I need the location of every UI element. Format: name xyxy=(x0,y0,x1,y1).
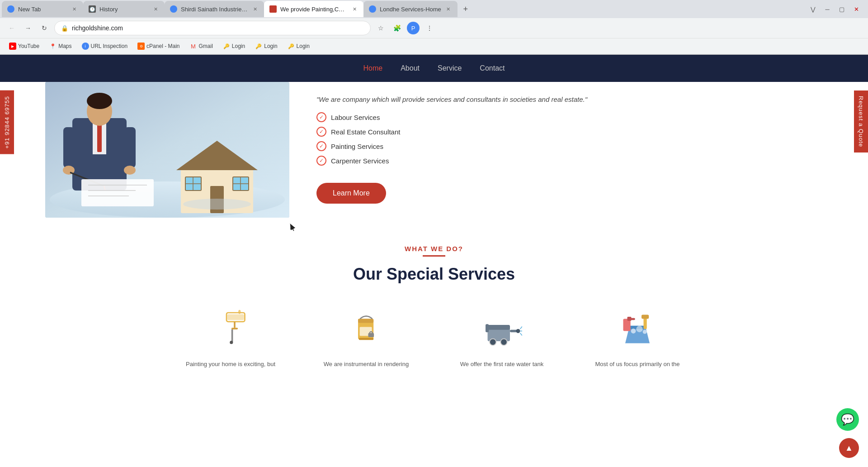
url-inspection-label: URL Inspection xyxy=(91,43,128,49)
maximize-btn[interactable]: ▢ xyxy=(835,3,848,15)
cpanel-icon: ⚙ xyxy=(137,43,145,50)
tab-close-shirdi[interactable]: ✕ xyxy=(251,5,259,13)
painting-service-icon xyxy=(210,309,251,349)
carpenter-service-icon xyxy=(346,309,387,349)
login3-label: Login xyxy=(297,43,310,49)
forward-btn[interactable]: → xyxy=(22,22,34,34)
svg-line-46 xyxy=(520,327,523,329)
extensions-btn[interactable]: 🧩 xyxy=(391,22,403,34)
back-btn[interactable]: ← xyxy=(5,22,18,34)
svg-rect-54 xyxy=(642,315,649,319)
water-tank-service-icon xyxy=(481,309,522,349)
service-desc-water-tank: We offer the first rate water tank xyxy=(460,360,544,369)
tab-close-history[interactable]: ✕ xyxy=(152,5,159,13)
bookmark-btn[interactable]: ☆ xyxy=(374,22,387,34)
painting-icon-wrap xyxy=(208,306,253,352)
hero-content: "We are company which will provide servi… xyxy=(316,82,823,218)
nav-contact[interactable]: Contact xyxy=(480,64,505,72)
service-item-carpenter: ✓ Carpenter Services xyxy=(316,156,823,166)
login1-icon: 🔑 xyxy=(223,43,230,50)
service-card-painting: Painting your home is exciting, but xyxy=(181,306,280,369)
side-quote-button[interactable]: Request a Quote xyxy=(854,91,868,152)
hero-illustration xyxy=(45,82,289,218)
svg-rect-8 xyxy=(124,127,136,168)
bookmark-login1[interactable]: 🔑 Login xyxy=(221,42,247,51)
service-card-carpenter: We are instrumental in rendering xyxy=(316,306,416,369)
service-item-realestate: ✓ Real Estate Consultant xyxy=(316,127,823,137)
svg-point-10 xyxy=(124,166,136,175)
tab-new-tab[interactable]: New Tab ✕ xyxy=(2,1,83,17)
url-inspection-icon: i xyxy=(82,43,89,50)
lock-icon: 🔒 xyxy=(61,25,68,32)
tab-favicon-londhe xyxy=(369,5,376,13)
youtube-label: YouTube xyxy=(18,43,39,49)
dropdown-btn[interactable]: ⋁ xyxy=(807,3,819,15)
tab-label-painting: We provide Painting,Carpenter,… xyxy=(280,6,347,13)
nav-about[interactable]: About xyxy=(401,64,420,72)
svg-point-51 xyxy=(636,326,642,332)
tab-favicon-history: 🕐 xyxy=(89,5,96,13)
bookmark-url-inspection[interactable]: i URL Inspection xyxy=(80,42,130,51)
url-bar[interactable]: 🔒 richgoldshine.com xyxy=(54,21,371,35)
service-card-water-tank: We offer the first rate water tank xyxy=(452,306,552,369)
phone-number: +91 92844 69755 xyxy=(4,96,10,149)
check-icon-carpenter: ✓ xyxy=(316,156,326,166)
close-btn[interactable]: ✕ xyxy=(850,3,863,15)
tab-shirdi[interactable]: Shirdi Sainath Industries | Khichdi ✕ xyxy=(165,1,264,17)
quote-label: Request a Quote xyxy=(858,96,864,147)
new-tab-button[interactable]: + xyxy=(459,3,472,15)
svg-rect-38 xyxy=(368,333,374,337)
svg-point-42 xyxy=(516,329,520,333)
tab-close-londhe[interactable]: ✕ xyxy=(445,5,452,13)
nav-service[interactable]: Service xyxy=(438,64,462,72)
gmail-label: Gmail xyxy=(198,43,212,49)
tab-favicon-new-tab xyxy=(7,5,14,13)
tab-londhe[interactable]: Londhe Services-Home ✕ xyxy=(363,1,458,17)
address-bar: ← → ↻ 🔒 richgoldshine.com ☆ 🧩 P ⋮ xyxy=(0,18,868,38)
service-label-labour: Labour Services xyxy=(331,114,380,121)
svg-rect-30 xyxy=(231,328,238,329)
svg-rect-28 xyxy=(227,315,244,320)
profile-btn[interactable]: P xyxy=(407,22,420,34)
tab-close-new-tab[interactable]: ✕ xyxy=(71,5,78,13)
what-we-do-section: WHAT WE DO? Our Special Services xyxy=(0,218,868,396)
hero-quote: "We are company which will provide servi… xyxy=(316,95,823,103)
bookmark-cpanel[interactable]: ⚙ cPanel - Main xyxy=(136,42,181,51)
section-subtitle: WHAT WE DO? xyxy=(45,245,823,253)
menu-btn[interactable]: ⋮ xyxy=(423,22,436,34)
bookmark-youtube[interactable]: ▶ YouTube xyxy=(7,42,41,51)
maps-label: Maps xyxy=(58,43,71,49)
cleaning-service-icon xyxy=(617,309,658,349)
login2-icon: 🔑 xyxy=(255,43,262,50)
minimize-btn[interactable]: ─ xyxy=(821,3,834,15)
bookmark-gmail[interactable]: M Gmail xyxy=(188,42,214,51)
svg-point-44 xyxy=(500,339,507,345)
section-title: Our Special Services xyxy=(45,265,823,284)
bookmark-login2[interactable]: 🔑 Login xyxy=(253,42,279,51)
svg-point-26 xyxy=(183,199,251,210)
tab-close-painting[interactable]: ✕ xyxy=(351,5,358,13)
service-item-labour: ✓ Labour Services xyxy=(316,112,823,122)
side-phone-button[interactable]: +91 92844 69755 xyxy=(0,91,14,154)
tab-history[interactable]: 🕐 History ✕ xyxy=(83,1,165,17)
tab-bar: New Tab ✕ 🕐 History ✕ Shirdi Sainath Ind… xyxy=(0,0,868,18)
svg-rect-35 xyxy=(358,319,373,323)
youtube-icon: ▶ xyxy=(9,43,16,50)
bookmark-maps[interactable]: 📍 Maps xyxy=(47,42,73,51)
service-label-carpenter: Carpenter Services xyxy=(331,157,389,165)
login2-label: Login xyxy=(264,43,277,49)
tab-painting[interactable]: We provide Painting,Carpenter,… ✕ xyxy=(264,1,363,17)
service-list: ✓ Labour Services ✓ Real Estate Consulta… xyxy=(316,112,823,170)
svg-rect-57 xyxy=(630,318,635,320)
bookmark-login3[interactable]: 🔑 Login xyxy=(286,42,311,51)
learn-more-button[interactable]: Learn More xyxy=(316,183,386,204)
site-navigation: Home About Service Contact xyxy=(0,55,868,82)
tab-label-londhe: Londhe Services-Home xyxy=(380,6,441,13)
svg-point-52 xyxy=(643,330,647,334)
service-item-painting: ✓ Painting Services xyxy=(316,141,823,151)
refresh-btn[interactable]: ↻ xyxy=(38,22,51,34)
service-label-realestate: Real Estate Consultant xyxy=(331,128,400,136)
nav-home[interactable]: Home xyxy=(363,64,383,72)
service-desc-carpenter: We are instrumental in rendering xyxy=(324,360,409,369)
cleaning-icon-wrap xyxy=(615,306,660,352)
